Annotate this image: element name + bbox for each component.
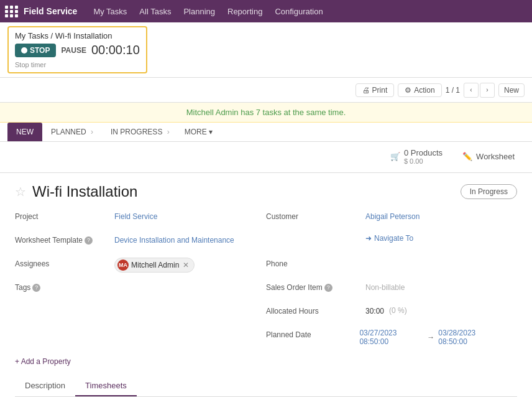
- add-property-link[interactable]: + Add a Property: [15, 357, 517, 366]
- task-title: Wi-fi Installation: [32, 183, 137, 200]
- timer-controls: STOP PAUSE 00:00:10: [15, 43, 140, 57]
- remove-assignee-button[interactable]: ✕: [183, 261, 189, 269]
- assignees-label: Assignees: [15, 258, 114, 268]
- status-tabs-bar: NEW PLANNED › IN PROGRESS › MORE ▾: [0, 123, 532, 142]
- assignees-row: Assignees MA Mitchell Admin ✕: [15, 258, 251, 275]
- assignee-avatar: MA: [117, 259, 129, 271]
- products-tab-content: 0 Products $ 0.00: [404, 148, 443, 165]
- project-row: Project Field Service: [15, 210, 251, 228]
- form-left-col: Project Field Service Worksheet Template…: [15, 210, 266, 352]
- planned-dates: 03/27/2023 08:50:00 → 03/28/2023 08:50:0…: [359, 329, 502, 346]
- project-label: Project: [15, 210, 114, 221]
- app-name[interactable]: Field Service: [24, 6, 77, 16]
- navigate-to-link[interactable]: ➜ Navigate To: [365, 234, 413, 243]
- sales-order-row: Sales Order Item ? Non-billable: [266, 281, 502, 299]
- tab-description[interactable]: Description: [15, 376, 75, 396]
- project-value[interactable]: Field Service: [114, 210, 157, 221]
- more-chevron: ▾: [209, 128, 213, 136]
- allocated-hours-value: 30:00: [365, 305, 384, 315]
- planned-label: PLANNED: [51, 128, 86, 136]
- allocated-hours-label: Allocated Hours: [266, 305, 365, 315]
- customer-value[interactable]: Abigail Peterson: [365, 210, 420, 221]
- tags-label: Tags ?: [15, 281, 114, 292]
- cart-icon: 🛒: [390, 152, 400, 161]
- status-tab-in-progress[interactable]: IN PROGRESS ›: [102, 123, 178, 141]
- planned-arrow: ›: [91, 128, 93, 136]
- nav-link-all-tasks[interactable]: All Tasks: [133, 0, 177, 22]
- navigate-arrow: ➜: [365, 234, 372, 243]
- worksheet-template-row: Worksheet Template ? Device Installation…: [15, 234, 251, 251]
- stop-button[interactable]: STOP: [15, 44, 56, 57]
- form-right-col: Customer Abigail Peterson ➜ Navigate To …: [266, 210, 517, 352]
- bottom-tabs: Description Timesheets: [15, 376, 517, 397]
- task-title-row: ☆ Wi-fi Installation: [15, 183, 137, 200]
- timer-bar: My Tasks / Wi-fi Installation STOP PAUSE…: [0, 22, 532, 78]
- tags-help[interactable]: ?: [32, 284, 40, 292]
- action-label: Action: [414, 86, 434, 95]
- top-nav: Field Service My Tasks All Tasks Plannin…: [0, 0, 532, 22]
- date-to[interactable]: 03/28/2023 08:50:00: [438, 329, 502, 346]
- new-button[interactable]: New: [498, 83, 525, 97]
- action-bar-right: 🖨 Print ⚙ Action 1 / 1 ‹ › New: [355, 83, 525, 98]
- worksheet-label: Worksheet: [476, 152, 515, 161]
- nav-link-configuration[interactable]: Configuration: [268, 0, 329, 22]
- nav-link-my-tasks[interactable]: My Tasks: [87, 0, 133, 22]
- print-icon: 🖨: [362, 86, 370, 95]
- worksheet-tab[interactable]: ✏️ Worksheet: [452, 142, 525, 172]
- star-icon[interactable]: ☆: [15, 184, 26, 199]
- navigate-row: ➜ Navigate To: [266, 234, 502, 251]
- in-progress-arrow: ›: [167, 128, 170, 136]
- status-tab-new[interactable]: NEW: [7, 123, 42, 141]
- hours-pct: (0 %): [389, 306, 407, 315]
- tags-row: Tags ?: [15, 281, 251, 299]
- customer-label: Customer: [266, 210, 365, 221]
- prev-arrow[interactable]: ‹: [464, 83, 479, 98]
- navigate-label: [266, 234, 365, 236]
- breadcrumb-timer-box: My Tasks / Wi-fi Installation STOP PAUSE…: [7, 26, 147, 73]
- main-content: ☆ Wi-fi Installation In Progress Project…: [0, 173, 532, 397]
- pause-label[interactable]: PAUSE: [61, 46, 86, 55]
- stop-label: STOP: [30, 46, 50, 55]
- product-worksheet-tabs: 🛒 0 Products $ 0.00 ✏️ Worksheet: [0, 142, 532, 173]
- nav-link-reporting[interactable]: Reporting: [221, 0, 268, 22]
- warning-message: Mitchell Admin has 7 tasks at the same t…: [186, 108, 346, 117]
- sales-order-help[interactable]: ?: [324, 284, 332, 292]
- in-progress-label: IN PROGRESS: [111, 128, 162, 136]
- app-grid-icon[interactable]: [5, 6, 19, 17]
- form-grid: Project Field Service Worksheet Template…: [15, 210, 517, 352]
- planned-date-row: Planned Date 03/27/2023 08:50:00 → 03/28…: [266, 329, 502, 346]
- date-range-arrow: →: [427, 333, 434, 342]
- sales-order-label: Sales Order Item ?: [266, 281, 365, 292]
- worksheet-template-help[interactable]: ?: [85, 236, 93, 245]
- tab-timesheets[interactable]: Timesheets: [75, 376, 137, 396]
- page-counter: 1 / 1: [446, 86, 460, 95]
- action-button[interactable]: ⚙ Action: [398, 83, 441, 97]
- next-arrow[interactable]: ›: [480, 83, 495, 98]
- products-total: $ 0.00: [404, 157, 443, 165]
- stop-tooltip: Stop timer: [15, 61, 140, 68]
- allocated-hours-row: Allocated Hours 30:00 (0 %): [266, 305, 502, 322]
- customer-row: Customer Abigail Peterson: [266, 210, 502, 228]
- stop-circle-icon: [21, 47, 27, 54]
- products-count: 0 Products: [404, 148, 443, 157]
- sales-order-value[interactable]: Non-billable: [365, 281, 405, 292]
- nav-link-planning[interactable]: Planning: [177, 0, 221, 22]
- status-tab-planned[interactable]: PLANNED ›: [42, 123, 102, 141]
- assignee-name: Mitchell Admin: [131, 261, 179, 269]
- print-label: Print: [372, 86, 388, 95]
- task-header: ☆ Wi-fi Installation In Progress: [15, 183, 517, 200]
- hours-row: 30:00 (0 %): [365, 305, 407, 315]
- action-icon: ⚙: [405, 86, 411, 95]
- products-tab[interactable]: 🛒 0 Products $ 0.00: [380, 142, 452, 172]
- print-button[interactable]: 🖨 Print: [355, 83, 395, 97]
- assignee-tag[interactable]: MA Mitchell Admin ✕: [114, 258, 195, 273]
- status-tab-more[interactable]: MORE ▾: [178, 123, 219, 141]
- action-bar: 🖨 Print ⚙ Action 1 / 1 ‹ › New: [0, 78, 532, 103]
- worksheet-template-label: Worksheet Template ?: [15, 234, 114, 245]
- timer-display: 00:00:10: [91, 43, 140, 57]
- date-from[interactable]: 03/27/2023 08:50:00: [359, 329, 423, 346]
- status-badge[interactable]: In Progress: [461, 184, 517, 199]
- worksheet-template-value[interactable]: Device Installation and Maintenance: [114, 234, 234, 245]
- more-label: MORE: [185, 128, 207, 136]
- breadcrumb: My Tasks / Wi-fi Installation: [15, 31, 140, 40]
